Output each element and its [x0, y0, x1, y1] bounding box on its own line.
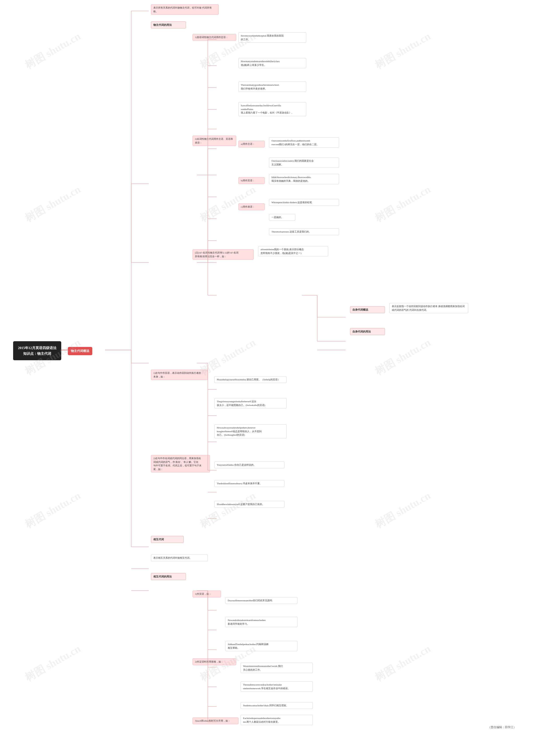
title-box: 2015年12月英语四级语法 知识点：物主代词 — [13, 341, 61, 360]
possessive-usage-box: 物主代词的用法 — [151, 21, 186, 28]
pred2-text: Thesetoolsareours.这套工具是我们的。 — [271, 230, 311, 233]
possessive-intro-text: 表示所有关系的代词叫做物主代词，也可叫做 代词所有格。 — [153, 6, 212, 13]
reciprocal-pronoun-label: 相互代词 — [153, 538, 164, 541]
obj1-box: Ididn'tborrowherdictionary.Iborrowedhis.… — [269, 174, 339, 184]
obj1-text: Ididn'tborrowherdictionary.Iborrowedhis.… — [271, 176, 311, 182]
recip-sep-ex1-text: Eachtriedtopersuadetheothertostayathome.… — [243, 717, 280, 723]
recip-usage3-text: 3)each和other有时可分开用，如： — [195, 719, 230, 722]
recip-def-ex1-box: Weareinterestedinoneanother'swork.我们关心彼此… — [241, 663, 313, 673]
sub1-box: Ourroomisonthefirstfloor,andtheirisonthe… — [269, 137, 339, 148]
emph-ex2-text: Thedeskitselfisnotsoheavy.书桌本身并不重。 — [217, 482, 262, 485]
self-pronoun-intro-box: 自身代词概说 — [350, 306, 385, 313]
editor-label: （责任编辑：田学江） — [488, 725, 516, 729]
reciprocal-def-box: 表示相互关系的代词叫做相互代词。 — [151, 555, 208, 561]
recip-usage1-label: 1)作宾语，如： — [195, 593, 211, 595]
emph-ex1-text: Youyourselfaidso.你自己是这样说的。 — [217, 463, 256, 466]
recip-ex2-text: Newandoldstudentslearnfromeachother.新老同学… — [228, 619, 266, 625]
ex3-text: Therearemanygoodteachersinourschool.我们学校… — [241, 83, 279, 90]
adj-possessive-box: 1)形容词性物主代词用作定语： — [193, 34, 236, 41]
recip-ex1-box: Doyouoftenseeoneanother你们经此常见面吗 — [225, 597, 297, 604]
central-node-label: 物主代词概说 — [71, 349, 89, 353]
ref-ex3-text: Hewasalwaysreadytohelpothers;heneverhoug… — [217, 426, 262, 436]
ex4-text: Isawafilmlastssaturday.ItstitlewaGuerril… — [241, 104, 294, 114]
emph-ex3-box: Ifixedthewindowmyself.这窗户是我自己装的。 — [214, 501, 284, 508]
recip-usage1-box: 1)作宾语，如： — [193, 591, 221, 597]
ex1-text: Ilovemyworkinthehospital.我喜欢我在医院的工作。 — [241, 34, 284, 41]
mind-map-container: 2015年12月英语四级语法 知识点：物主代词 物主代词概说 表示所有关系的代词… — [0, 0, 560, 738]
reflexive-usage-text: 1)在句中作宾语，表示动作回到动作执行者的本身，如： — [153, 372, 201, 378]
ref-ex3-box: Hewasalwaysreadytohelpothers;heneverhoug… — [214, 424, 287, 438]
adj-possessive-label: 1)形容词性物主代词用作定语： — [195, 36, 228, 38]
ex1-box: Ilovemyworkinthehospital.我喜欢我在医院的工作。 — [238, 32, 306, 43]
ref-ex2-box: Thegirlstooyoungtolookafterherself.这女孩太小… — [214, 398, 287, 408]
recip-def-ex3-box: Studentscuteachother'shair.同学们相互理发。 — [241, 702, 313, 709]
ref-ex2-text: Thegirlstooyoungtolookafterherself.这女孩太小… — [217, 400, 265, 406]
predicate-use-box: c)用作表语： — [238, 204, 265, 210]
self-pronoun-usage-box: 自身代词的用法 — [350, 328, 385, 335]
reciprocal-def-text: 表示相互关系的代词叫做相互代词。 — [153, 557, 192, 559]
predicate-use-label: c)用作表语： — [241, 206, 255, 208]
subject-use-box: a)用作主语： — [238, 141, 265, 147]
reciprocal-pronoun-box: 相互代词 — [151, 536, 184, 543]
sub2-text: Oursisasocialistcountry.我们的国家是社会主义国家。 — [271, 159, 314, 166]
emph-ex3-text: Ifixedthewindowmyself.这窗户是我自己装的。 — [217, 503, 264, 505]
recip-sep-ex1-box: Eachtriedtopersuadetheothertostayathome.… — [241, 715, 313, 725]
pred2-box: Thesetoolsareours.这套工具是我们的。 — [269, 228, 339, 235]
pred1b-text: 一是她的。 — [271, 216, 283, 219]
double-genitive-text: [注]'of+名词性物主代词'和'2.12的''of+名词所有格'的用法完全一样… — [195, 251, 238, 258]
recip-usage2-box: 2)作定语时所用形格，如： — [193, 658, 236, 665]
recip-ex1-text: Doyouoftenseeoneanother你们经此常见面吗 — [228, 599, 272, 602]
reflexive-usage-box: 1)在句中作宾语，表示动作回到动作执行者的本身，如： — [151, 370, 208, 380]
emphasis-usage-box: 2)在句中作名词或代词的同位语，用来加强名词或代词的语气，作'表自'、'本人'解… — [151, 455, 210, 472]
central-node: 物主代词概说 — [68, 347, 92, 355]
subject-use-label: a)用作主语： — [241, 142, 255, 145]
self-pronoun-def-box: 表示反射指一个动作回射到该动作执行者本 身或强调都用来加强名词或代词的语气的 代… — [389, 303, 468, 313]
recip-ex2-box: Newandoldstudentslearnfromeachother.新老同学… — [225, 617, 297, 627]
recip-ex3-box: JohhandTomhelpedeachother.约翰和汤姆相互帮助。 — [225, 641, 297, 651]
ex4-box: Isawafilmlastssaturday.ItstitlewaGuerril… — [238, 102, 306, 116]
object-use-label: b)用作宾语： — [241, 179, 255, 182]
possessive-intro-box: 表示所有关系的代词叫做物主代词，也可叫做 代词所有格。 — [151, 4, 219, 15]
ref-ex1-box: Pleasehelopyourselftosomelea.请自己用茶。（forh… — [214, 376, 287, 383]
ref-ex1-text: Pleasehelopyourselftosomelea.请自己用茶。（forh… — [217, 378, 280, 381]
self-pronoun-usage-label: 自身代词的用法 — [352, 330, 371, 333]
pred1-text: Whosepencilisthis-Itishers.这是谁的铅笔 — [271, 201, 312, 204]
title-line2: 知识点：物主代词 — [23, 352, 51, 355]
self-pronoun-intro-label: 自身代词概说 — [352, 308, 368, 311]
possessive-usage-label: 物主代词的用法 — [153, 23, 172, 26]
reciprocal-usage-box: 相互代词的用法 — [151, 573, 186, 580]
reciprocal-usage-label: 相互代词的用法 — [153, 575, 172, 578]
object-use-box: b)用作宾语： — [238, 177, 265, 184]
recip-ex3-text: JohhandTomhelpedeachother.约翰和汤姆相互帮助。 — [228, 643, 268, 649]
ex2-box: Howmanystudentsarethereinhi(her)class他(她… — [238, 58, 306, 68]
editor-text: （责任编辑：田学江） — [488, 726, 516, 729]
recip-usage2-text: 2)作定语时所用形格，如： — [195, 660, 223, 663]
emph-ex1-box: Youyourselfaidso.你自己是这样说的。 — [214, 461, 284, 468]
double-genitive-box: [注]'of+名词性物主代词'和'2.12的''of+名词所有格'的用法完全一样… — [193, 249, 254, 260]
pred1-box: Whosepencilisthis-Itishers.这是谁的铅笔 — [269, 199, 339, 206]
recip-def-ex1-text: Weareinterestedinoneanother'swork.我们关心彼此… — [243, 665, 283, 671]
sub2-box: Oursisasocialistcountry.我们的国家是社会主义国家。 — [269, 157, 339, 168]
ex3-box: Therearemanygoodteachersinourschool.我们学校… — [238, 82, 306, 92]
recip-def-ex2-text: Thestudentscorrectedeachother'smistakesi… — [243, 683, 290, 690]
recip-def-ex3-text: Studentscuteachother'shair.同学们相互理发。 — [243, 704, 289, 707]
noun-possessive-label: 2)名词性物主代词用作主语、宾语和表语： — [195, 137, 233, 144]
double-gen-ex-box: afriendofmine我的一个朋友(表示部分概念意即我有不少朋友，他(她)是… — [258, 246, 328, 256]
emphasis-usage-text: 2)在句中作名词或代词的同位语，用来加强名词或代词的语气，作'表自'、'本人'解… — [153, 457, 202, 470]
recip-usage3-box: 3)each和other有时可分开用，如： — [193, 717, 238, 724]
noun-possessive-box: 2)名词性物主代词用作主语、宾语和表语： — [193, 135, 236, 146]
double-gen-ex-text: afriendofmine我的一个朋友(表示部分概念意即我有不少朋友，他(她)是… — [261, 248, 304, 254]
ex2-text: Howmanystudentsarethereinhi(her)class他(她… — [241, 60, 280, 66]
title-line1: 2015年12月英语四级语法 — [18, 346, 56, 350]
emph-ex2-box: Thedeskitselfisnotsoheavy.书桌本身并不重。 — [214, 480, 284, 487]
self-pronoun-def-text: 表示反射指一个动作回射到该动作执行者本 身或强调都用来加强名词或代词的语气的 代… — [392, 305, 465, 311]
recip-def-ex2-box: Thestudentscorrectedeachother'smistakesi… — [241, 681, 313, 692]
pred1b-box: 一是她的。 — [269, 214, 295, 221]
sub1-text: Ourroomisonthefirstfloor,andtheirisonthe… — [271, 139, 319, 146]
